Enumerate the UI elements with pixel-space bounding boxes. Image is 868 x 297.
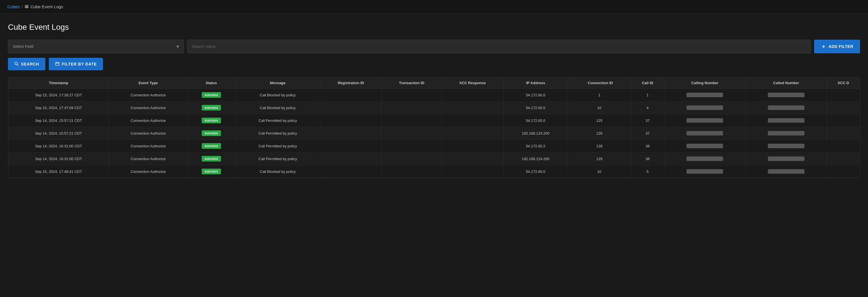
svg-line-2	[17, 64, 18, 65]
table-row[interactable]: Sep 14, 2024, 15:57:21 CDTConnection Aut…	[8, 127, 860, 140]
cell-call-id: 38	[631, 153, 664, 165]
filter-row: Select Field ▾ ＋ ADD FILTER	[8, 40, 860, 53]
table-row[interactable]: Sep 14, 2024, 16:31:00 CDTConnection Aut…	[8, 153, 860, 165]
cell-trans-id	[382, 89, 442, 101]
cell-called-number: ██████████████	[745, 153, 827, 165]
cell-event-type: Connection Authorize	[109, 101, 187, 114]
col-called-number[interactable]: Called Number	[745, 77, 827, 89]
page-title: Cube Event Logs	[8, 23, 860, 32]
cell-reg-id	[320, 114, 382, 127]
search-icon	[14, 62, 19, 67]
table-row[interactable]: Sep 15, 2024, 17:26:27 CDTConnection Aut…	[8, 89, 860, 101]
svg-rect-3	[56, 62, 59, 65]
cell-reg-id	[320, 140, 382, 153]
cell-xcc-response	[442, 89, 503, 101]
col-xcc-response[interactable]: XCC Response	[442, 77, 503, 89]
table-row[interactable]: Sep 15, 2024, 17:47:09 CDTConnection Aut…	[8, 101, 860, 114]
cell-xcc-response	[442, 127, 503, 140]
blurred-value: ██████████████	[768, 118, 804, 123]
cell-xcc-response	[442, 114, 503, 127]
cell-message: Call Permitted by policy	[235, 153, 320, 165]
cell-trans-id	[382, 101, 442, 114]
cell-connection-id: 125	[568, 114, 631, 127]
cell-called-number: ██████████████	[745, 89, 827, 101]
col-call-id[interactable]: Call ID	[631, 77, 664, 89]
cell-connection-id: 10	[568, 165, 631, 178]
blurred-value: ██████████████	[686, 157, 723, 161]
search-button[interactable]: SEARCH	[8, 58, 45, 70]
blurred-value: ██████████████	[768, 144, 804, 148]
status-badge: success	[202, 156, 221, 162]
add-filter-button[interactable]: ＋ ADD FILTER	[814, 40, 860, 53]
table-row[interactable]: Sep 14, 2024, 15:57:21 CDTConnection Aut…	[8, 114, 860, 127]
col-timestamp[interactable]: Timestamp	[8, 77, 109, 89]
status-badge: success	[202, 130, 221, 136]
cell-xcc-d	[827, 140, 860, 153]
cell-ip-address: 54.172.60.0	[503, 89, 568, 101]
search-label: SEARCH	[21, 62, 39, 66]
blurred-value: ██████████████	[686, 131, 723, 135]
cell-xcc-d	[827, 114, 860, 127]
action-row: SEARCH FILTER BY DATE	[8, 58, 860, 70]
search-value-input[interactable]	[187, 40, 811, 53]
cell-timestamp: Sep 15, 2024, 17:26:27 CDT	[8, 89, 109, 101]
col-xcc-d[interactable]: XCC D	[827, 77, 860, 89]
blurred-value: ██████████████	[768, 131, 804, 135]
cell-xcc-response	[442, 140, 503, 153]
sort-arrow-icon: ↑	[586, 81, 587, 85]
col-registration-id[interactable]: Registration ID	[320, 77, 382, 89]
home-link[interactable]: Cubes	[6, 4, 20, 9]
cell-status: success	[187, 165, 236, 178]
cell-event-type: Connection Authorize	[109, 114, 187, 127]
cell-xcc-response	[442, 165, 503, 178]
filter-by-date-label: FILTER BY DATE	[62, 62, 97, 66]
cell-timestamp: Sep 14, 2024, 16:31:00 CDT	[8, 153, 109, 165]
status-badge: success	[202, 105, 221, 110]
status-badge: success	[202, 143, 221, 149]
current-page: Cube Event Logs	[24, 4, 63, 9]
col-status[interactable]: Status	[187, 77, 236, 89]
cell-status: success	[187, 114, 236, 127]
breadcrumb-separator: /	[21, 4, 23, 9]
home-label: Cubes	[7, 4, 20, 9]
col-ip-address[interactable]: IP Address	[503, 77, 568, 89]
cell-xcc-d	[827, 101, 860, 114]
cell-calling-number: ██████████████	[664, 165, 745, 178]
cell-message: Call Permitted by policy	[235, 140, 320, 153]
cell-calling-number: ██████████████	[664, 140, 745, 153]
col-transaction-id[interactable]: Transaction ID	[382, 77, 442, 89]
filter-by-date-button[interactable]: FILTER BY DATE	[49, 58, 103, 70]
cell-trans-id	[382, 165, 442, 178]
blurred-value: ██████████████	[686, 144, 723, 148]
cell-call-id: 5	[631, 165, 664, 178]
cell-reg-id	[320, 165, 382, 178]
status-badge: success	[202, 169, 221, 174]
cell-ip-address: 54.172.60.0	[503, 165, 568, 178]
status-badge: success	[202, 118, 221, 123]
cell-call-id: 1	[631, 89, 664, 101]
cell-timestamp: Sep 14, 2024, 15:57:21 CDT	[8, 114, 109, 127]
cell-call-id: 4	[631, 101, 664, 114]
cell-timestamp: Sep 15, 2024, 17:47:09 CDT	[8, 101, 109, 114]
table-row[interactable]: Sep 14, 2024, 16:31:00 CDTConnection Aut…	[8, 140, 860, 153]
cell-call-id: 37	[631, 114, 664, 127]
cell-xcc-d	[827, 165, 860, 178]
select-field-dropdown[interactable]: Select Field ▾	[8, 40, 184, 53]
cell-called-number: ██████████████	[745, 127, 827, 140]
col-calling-number[interactable]: Calling Number	[664, 77, 745, 89]
table-row[interactable]: Sep 15, 2024, 17:48:41 CDTConnection Aut…	[8, 165, 860, 178]
cell-message: Call Blocked by policy	[235, 101, 320, 114]
cell-called-number: ██████████████	[745, 114, 827, 127]
cell-xcc-response	[442, 101, 503, 114]
col-connection-id[interactable]: ↑Connection ID	[568, 77, 631, 89]
cell-called-number: ██████████████	[745, 140, 827, 153]
col-message[interactable]: Message	[235, 77, 320, 89]
blurred-value: ██████████████	[686, 118, 723, 123]
col-event-type[interactable]: Event Type	[109, 77, 187, 89]
cell-connection-id: 128	[568, 140, 631, 153]
cell-xcc-response	[442, 153, 503, 165]
cell-timestamp: Sep 14, 2024, 15:57:21 CDT	[8, 127, 109, 140]
cell-call-id: 38	[631, 140, 664, 153]
cell-reg-id	[320, 153, 382, 165]
blurred-value: ██████████████	[686, 105, 723, 110]
